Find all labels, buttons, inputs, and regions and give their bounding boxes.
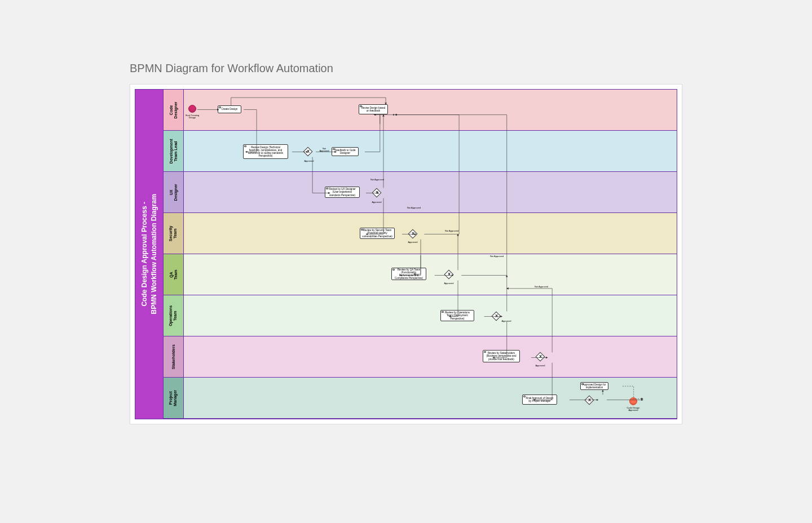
lane-stakeholders: Stakeholders Review by Stakeholders (Bus… xyxy=(164,336,677,378)
gw-label-approved-st: Approved xyxy=(533,365,547,367)
gw-label-approved: Approved xyxy=(302,160,316,162)
end-event-label: Code Design Approved xyxy=(625,407,642,412)
gateway-security xyxy=(408,229,418,239)
task-review-qa: Review by QA Team (Functionality, Perfor… xyxy=(391,268,426,280)
lane-dev-lead: DevelopmentTeam Lead Review Design (Tech… xyxy=(164,131,677,172)
lane-code-designer: CodeDesigner Start Creating Design Creat… xyxy=(164,90,677,131)
task-review-security: Review by Security Team (Potential secur… xyxy=(360,228,395,239)
lane-body: Review by Security Team (Potential secur… xyxy=(184,213,677,254)
lane-label: OperationsTeam xyxy=(164,295,184,336)
gw-label-not-approved-ux: Not Approved xyxy=(369,179,386,181)
task-revise-design: Revise Design based on feedback xyxy=(359,104,388,114)
task-review-ux: Review by UX Designer (User experience s… xyxy=(325,187,360,198)
lane-label: SecurityTeam xyxy=(164,213,184,254)
page-title: BPMN Diagram for Workflow Automation xyxy=(130,62,682,75)
gateway-ops xyxy=(492,312,501,321)
task-review-stakeholders: Review by Stakeholders (Business perspec… xyxy=(483,350,520,362)
lane-ops: OperationsTeam Review by Operations Team… xyxy=(164,295,677,336)
lane-body: Review Design (Technical feasibility, co… xyxy=(184,131,677,171)
gw-label-approved-ux: Approved xyxy=(370,201,383,203)
start-event xyxy=(188,105,196,113)
task-feedback: Feedback to Code Designer xyxy=(332,147,359,156)
lane-label: CodeDesigner xyxy=(164,90,184,130)
lane-body: Start Creating Design Create Design Revi… xyxy=(184,90,677,130)
end-event xyxy=(629,397,637,405)
start-event-label: Start Creating Design xyxy=(184,114,201,119)
lane-body: Review by Operations Team (Deployment Pe… xyxy=(184,295,677,336)
gateway-qa xyxy=(444,270,454,280)
lanes-container: CodeDesigner Start Creating Design Creat… xyxy=(164,90,677,419)
gw-label-approved-ops: Approved xyxy=(500,320,513,322)
pool-title-line1: Code Design Approval Process - xyxy=(140,202,148,307)
bpmn-diagram: Code Design Approval Process -BPMN Workf… xyxy=(135,89,677,419)
gw-label-notapproved-sec: Not Approved xyxy=(443,230,460,232)
gateway-dev xyxy=(303,147,313,157)
task-review-dev: Review Design (Technical feasibility, co… xyxy=(243,144,288,159)
lane-body: Review by QA Team (Functionality, Perfor… xyxy=(184,254,677,295)
pool-title: Code Design Approval Process -BPMN Workf… xyxy=(135,90,164,419)
gw-label-not-approved: Not Approved xyxy=(317,148,331,153)
lane-label: DevelopmentTeam Lead xyxy=(164,131,184,171)
task-approved-impl: Approved Design for implementation xyxy=(580,382,608,390)
lane-security: SecurityTeam Review by Security Team (Po… xyxy=(164,213,677,254)
lane-label: Stakeholders xyxy=(164,336,184,377)
task-review-ops: Review by Operations Team (Deployment Pe… xyxy=(440,310,474,321)
diagram-frame: Code Design Approval Process -BPMN Workf… xyxy=(130,84,682,424)
gw-label-approved-qa: Approved xyxy=(442,282,456,285)
gw-label-approved-sec: Approved xyxy=(406,241,420,243)
lane-qa: QATeam Review by QA Team (Functionality,… xyxy=(164,254,677,295)
gateway-stakeholders xyxy=(536,352,545,362)
lane-body: Final Approval of Design by Project Mana… xyxy=(184,378,677,418)
lane-label: QATeam xyxy=(164,254,184,295)
gateway-ux xyxy=(372,188,382,198)
gw-label-notapproved-qa2: Not Approved xyxy=(533,286,550,288)
gw-label-notapproved-qa: Not Approved xyxy=(488,255,505,258)
lane-body: Review by Stakeholders (Business perspec… xyxy=(184,336,677,377)
gateway-pm xyxy=(585,396,594,405)
lane-body: Review by UX Designer (User experience s… xyxy=(184,172,677,212)
task-final-approval: Final Approval of Design by Project Mana… xyxy=(522,395,557,405)
gw-label-not-approved-ux2: Not Approved xyxy=(405,207,422,209)
lane-label: UXDesigner xyxy=(164,172,184,212)
pool-title-line2: BPMN Workflow Automation Diagram xyxy=(150,194,158,314)
task-create-design: Create Design xyxy=(218,105,241,113)
lane-label: ProjectManager xyxy=(164,378,184,418)
lane-pm: ProjectManager Final Approval of Design … xyxy=(164,378,677,419)
lane-ux: UXDesigner Review by UX Designer (User e… xyxy=(164,172,677,213)
